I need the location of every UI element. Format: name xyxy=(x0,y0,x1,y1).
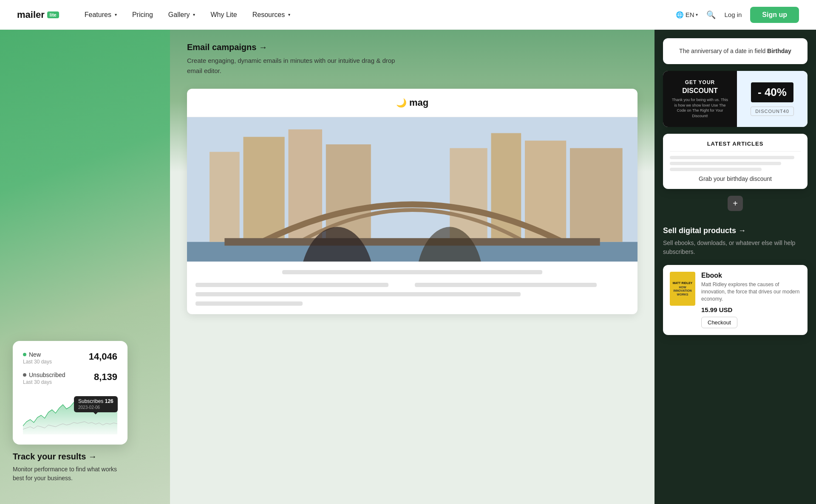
svg-rect-2 xyxy=(210,152,240,242)
logo-badge: lite xyxy=(47,11,59,18)
ebook-cover: MATT RIDLEY HOW INNOVATION WORKS xyxy=(670,272,695,306)
add-automation-button[interactable]: + xyxy=(728,196,743,211)
email-campaigns-section: Email campaigns → Create engaging, dynam… xyxy=(170,30,654,84)
main-layout: New Last 30 days 14,046 Unsubscribed Las… xyxy=(0,30,816,504)
article-line xyxy=(670,162,781,165)
center-panel: Email campaigns → Create engaging, dynam… xyxy=(170,30,654,504)
discount-code: DISCOUNT40 xyxy=(751,107,794,116)
nav-links: Features Pricing Gallery Why Lite Resour… xyxy=(85,11,676,19)
new-stats-row: New Last 30 days 14,046 xyxy=(23,351,117,365)
nav-item-resources[interactable]: Resources xyxy=(252,11,290,19)
tooltip-value: 126 xyxy=(105,398,113,404)
track-section: Track your results → Monitor performance… xyxy=(13,452,123,483)
magazine-image xyxy=(187,117,638,262)
article-line xyxy=(670,168,762,171)
unsub-period: Last 30 days xyxy=(23,379,65,385)
nav-item-pricing[interactable]: Pricing xyxy=(132,11,153,19)
email-campaigns-title[interactable]: Email campaigns → xyxy=(187,42,638,52)
birthday-text: The anniversary of a date in field Birth… xyxy=(672,47,799,56)
tooltip-label: Subscribes xyxy=(78,398,103,404)
latest-articles-title: LATEST ARTICLES xyxy=(670,141,801,152)
globe-icon: 🌐 xyxy=(676,11,684,19)
ebook-book-title: HOW INNOVATION WORKS xyxy=(672,286,694,296)
ebook-info: Ebook Matt Ridley explores the causes of… xyxy=(701,272,801,328)
nav-item-gallery[interactable]: Gallery xyxy=(168,11,196,19)
discount-subtitle: Thank you for being with us. This is how… xyxy=(672,97,728,118)
sell-section: Sell digital products → Sell ebooks, dow… xyxy=(654,218,816,261)
sell-desc: Sell ebooks, downloads, or whatever else… xyxy=(663,239,808,256)
track-title[interactable]: Track your results → xyxy=(13,452,123,462)
unsub-label: Unsubscribed xyxy=(29,372,65,378)
skeleton-bar xyxy=(282,270,542,274)
navbar: mailer lite Features Pricing Gallery Why… xyxy=(0,0,816,30)
svg-rect-3 xyxy=(244,137,285,242)
magazine-name: mag xyxy=(409,97,428,108)
skeleton-bar xyxy=(196,292,521,296)
birthday-card: The anniversary of a date in field Birth… xyxy=(663,38,808,64)
magazine-logo: 🌙 mag xyxy=(196,97,629,108)
email-campaigns-desc: Create engaging, dynamic emails in minut… xyxy=(187,56,408,76)
new-value: 14,046 xyxy=(89,351,117,362)
right-panel: The anniversary of a date in field Birth… xyxy=(654,30,816,504)
left-panel: New Last 30 days 14,046 Unsubscribed Las… xyxy=(0,30,170,504)
magazine-skeleton xyxy=(187,262,638,314)
article-line xyxy=(670,156,794,159)
skeleton-bar xyxy=(196,283,388,287)
new-dot xyxy=(23,353,26,356)
svg-rect-9 xyxy=(570,148,623,242)
discount-title: DISCOUNT xyxy=(682,87,718,95)
ebook-author: MATT RIDLEY xyxy=(672,282,694,285)
ebook-price: 15.99 USD xyxy=(701,306,801,313)
checkout-button[interactable]: Checkout xyxy=(701,317,737,328)
discount-percent: - 40% xyxy=(751,82,793,102)
skeleton-bar xyxy=(415,283,597,287)
latest-articles-card: LATEST ARTICLES Grab your birthday disco… xyxy=(663,134,808,189)
logo[interactable]: mailer lite xyxy=(17,9,59,20)
ebook-card: MATT RIDLEY HOW INNOVATION WORKS Ebook M… xyxy=(663,265,808,335)
magazine-header: 🌙 mag xyxy=(187,89,638,117)
nav-right: 🌐 EN ▾ 🔍 Log in Sign up xyxy=(676,7,799,23)
skeleton-bar xyxy=(196,301,303,306)
magazine-card: 🌙 mag xyxy=(187,89,638,314)
chart-area: Subscribes 126 2023-02-06 xyxy=(23,392,117,434)
new-period: Last 30 days xyxy=(23,359,52,365)
moon-icon: 🌙 xyxy=(396,98,407,108)
language-selector[interactable]: 🌐 EN ▾ xyxy=(676,11,698,19)
unsub-value: 8,139 xyxy=(94,372,117,383)
chevron-down-icon: ▾ xyxy=(696,12,698,17)
birthday-bold: Birthday xyxy=(767,48,791,54)
discount-get-label: GET YOUR xyxy=(685,79,715,85)
ebook-cover-text: MATT RIDLEY HOW INNOVATION WORKS xyxy=(670,280,695,298)
sell-title[interactable]: Sell digital products → xyxy=(663,226,808,235)
grab-birthday-text: Grab your birthday discount xyxy=(670,175,801,182)
articles-skeleton xyxy=(670,156,801,171)
search-icon[interactable]: 🔍 xyxy=(706,10,716,20)
unsub-stats-row: Unsubscribed Last 30 days 8,139 xyxy=(23,372,117,385)
discount-left: GET YOUR DISCOUNT Thank you for being wi… xyxy=(663,71,737,127)
chart-tooltip: Subscribes 126 2023-02-06 xyxy=(74,396,118,412)
tooltip-date: 2023-02-06 xyxy=(78,405,100,410)
discount-card: GET YOUR DISCOUNT Thank you for being wi… xyxy=(663,71,808,127)
bridge-illustration xyxy=(187,117,638,262)
ebook-description: Matt Ridley explores the causes of innov… xyxy=(701,281,801,302)
unsub-dot xyxy=(23,373,26,377)
signup-button[interactable]: Sign up xyxy=(750,7,799,23)
svg-rect-10 xyxy=(224,238,600,246)
lang-label: EN xyxy=(686,11,694,18)
new-label: New xyxy=(29,351,41,358)
stats-card: New Last 30 days 14,046 Unsubscribed Las… xyxy=(13,341,128,445)
track-desc: Monitor performance to find what works b… xyxy=(13,465,123,483)
nav-item-features[interactable]: Features xyxy=(85,11,117,19)
login-button[interactable]: Log in xyxy=(724,11,742,18)
nav-item-why-lite[interactable]: Why Lite xyxy=(210,11,237,19)
logo-text: mailer xyxy=(17,9,45,20)
ebook-type: Ebook xyxy=(701,272,801,279)
discount-right: - 40% DISCOUNT40 xyxy=(737,71,808,127)
